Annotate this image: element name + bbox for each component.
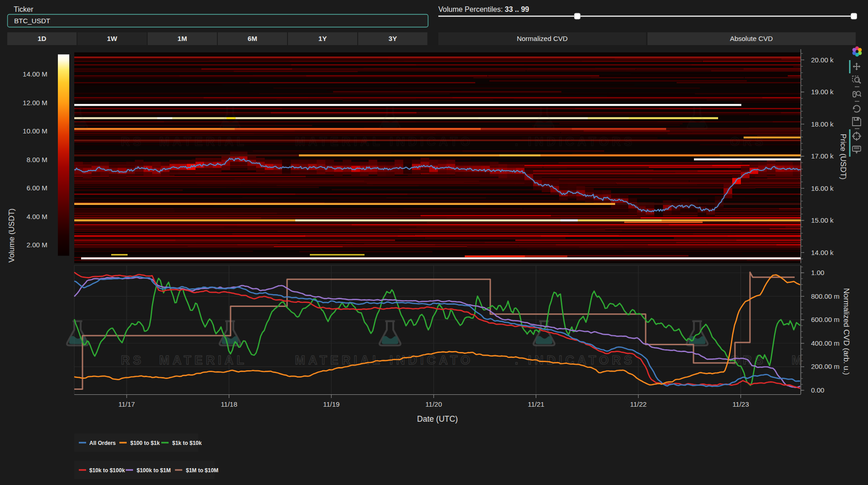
svg-text:MATERIAL INDICATO: MATERIAL INDICATO [295, 135, 473, 148]
svg-text:11/23: 11/23 [732, 400, 749, 408]
svg-text:All Orders: All Orders [89, 440, 116, 446]
svg-text:11/21: 11/21 [528, 400, 544, 408]
svg-text:11/17: 11/17 [118, 400, 135, 408]
svg-text:ORS: ORS [730, 135, 766, 148]
svg-text:400.00 m: 400.00 m [811, 339, 840, 347]
svg-text:$1M to $10M: $1M to $10M [186, 467, 218, 474]
svg-text:RS: RS [121, 353, 144, 367]
svg-text:12.00 M: 12.00 M [23, 99, 47, 107]
svg-text:BTC_USDT: BTC_USDT [14, 17, 50, 25]
svg-text:MATERIAL: MATERIAL [159, 353, 247, 367]
svg-text:17.00 k: 17.00 k [811, 152, 834, 160]
svg-text:1M: 1M [178, 35, 187, 42]
svg-text:1Y: 1Y [318, 35, 327, 42]
svg-text:Normalized CVD: Normalized CVD [517, 35, 568, 42]
svg-text:800.00 m: 800.00 m [811, 292, 840, 300]
svg-text:10.00 M: 10.00 M [23, 127, 47, 135]
svg-text:11/20: 11/20 [426, 400, 442, 408]
svg-text:11/19: 11/19 [323, 400, 339, 408]
svg-text:M: M [791, 353, 805, 367]
svg-text:3Y: 3Y [389, 35, 397, 42]
svg-text:Date (UTC): Date (UTC) [417, 414, 457, 424]
svg-text:RS: RS [121, 135, 144, 148]
svg-text:14.00 k: 14.00 k [811, 249, 834, 256]
svg-text:200.00 m: 200.00 m [811, 362, 840, 370]
svg-text:Normalized CVD (arb. u.): Normalized CVD (arb. u.) [842, 288, 851, 375]
svg-text:$100 to $1k: $100 to $1k [130, 440, 160, 446]
svg-text:2.00 M: 2.00 M [26, 241, 47, 249]
svg-text:$1k to $10k: $1k to $10k [172, 440, 202, 446]
svg-text:. INDICATORS: . INDICATORS [515, 135, 636, 148]
svg-text:11/18: 11/18 [221, 400, 237, 408]
svg-text:15.00 k: 15.00 k [811, 216, 834, 224]
svg-text:20.00 k: 20.00 k [811, 56, 834, 64]
svg-text:16.00 k: 16.00 k [811, 184, 834, 192]
svg-text:600.00 m: 600.00 m [811, 316, 840, 323]
svg-text:18.00 k: 18.00 k [811, 120, 834, 128]
svg-text:Volume Percentiles: 33 .. 99: Volume Percentiles: 33 .. 99 [438, 5, 529, 13]
svg-text:1D: 1D [37, 35, 46, 42]
svg-text:14.00 M: 14.00 M [23, 70, 47, 78]
svg-text:Ticker: Ticker [14, 5, 34, 13]
svg-text:1.00: 1.00 [811, 269, 824, 276]
svg-text:6.00 M: 6.00 M [26, 184, 47, 192]
svg-text:6M: 6M [248, 35, 257, 42]
svg-text:8.00 M: 8.00 M [26, 156, 47, 163]
svg-text:1W: 1W [107, 35, 118, 42]
svg-text:19.00 k: 19.00 k [811, 88, 834, 96]
svg-text:$10k to $100k: $10k to $100k [89, 467, 125, 474]
svg-text:0.00: 0.00 [811, 386, 824, 394]
svg-text:MATERIAL: MATERIAL [159, 135, 247, 148]
svg-text:Price (USDT): Price (USDT) [839, 133, 847, 179]
svg-text:Absolute CVD: Absolute CVD [730, 35, 773, 42]
svg-text:11/22: 11/22 [630, 400, 647, 408]
svg-text:Volume (USDT): Volume (USDT) [7, 208, 16, 262]
svg-text:$100k to $1M: $100k to $1M [137, 467, 171, 474]
svg-text:4.00 M: 4.00 M [26, 213, 47, 220]
